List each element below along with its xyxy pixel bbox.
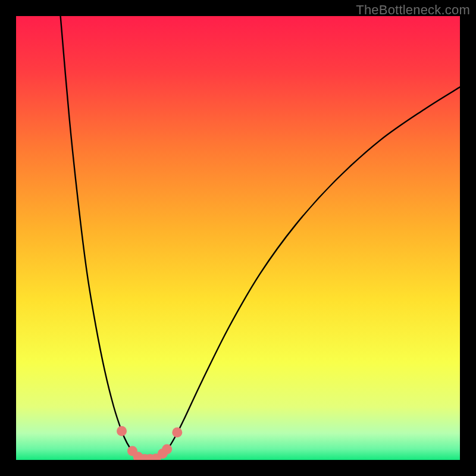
- data-marker: [117, 426, 127, 436]
- chart-frame: TheBottleneck.com: [0, 0, 476, 476]
- data-marker: [162, 444, 172, 455]
- data-marker: [172, 427, 182, 437]
- bottleneck-curve-chart: [16, 16, 460, 460]
- plot-area: [16, 16, 460, 460]
- watermark-text: TheBottleneck.com: [356, 2, 470, 18]
